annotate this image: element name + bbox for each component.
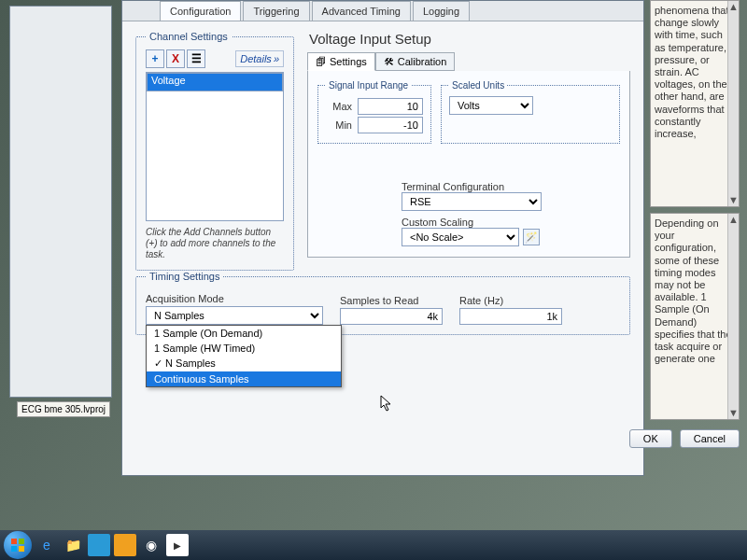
channel-settings-group: Channel Settings + X ☰ Details» Voltage …	[135, 31, 294, 271]
min-input[interactable]	[358, 117, 423, 133]
daq-config-window: Configuration Triggering Advanced Timing…	[121, 0, 644, 476]
samples-to-read-input[interactable]	[340, 308, 443, 325]
help-pane-bottom: Depending on your configuration, some of…	[650, 213, 740, 420]
dropdown-option[interactable]: Continuous Samples	[147, 371, 341, 386]
chevron-right-icon: »	[274, 53, 279, 64]
scroll-down-icon[interactable]: ▼	[728, 194, 739, 206]
dropdown-option[interactable]: 1 Sample (HW Timed)	[147, 341, 341, 356]
tab-configuration[interactable]: Configuration	[160, 1, 241, 21]
help-sidebar: phenomena that change slowly with time, …	[650, 0, 740, 448]
timing-settings-group: Timing Settings Acquisition Mode N Sampl…	[135, 271, 630, 335]
main-tabstrip: Configuration Triggering Advanced Timing…	[122, 1, 643, 21]
cancel-button[interactable]: Cancel	[680, 429, 740, 448]
scrollbar[interactable]: ▲▼	[727, 1, 739, 206]
acquisition-mode-select[interactable]: N Samples	[146, 306, 323, 325]
start-button[interactable]	[4, 531, 32, 559]
voltage-setup-title: Voltage Input Setup	[309, 31, 630, 47]
signal-input-range-group: Signal Input Range Max Min	[317, 80, 431, 144]
channel-hint: Click the Add Channels button (+) to add…	[146, 227, 284, 260]
add-channel-button[interactable]: +	[146, 49, 164, 68]
timing-settings-legend: Timing Settings	[146, 271, 223, 282]
svg-rect-3	[19, 546, 24, 552]
ok-button[interactable]: OK	[629, 429, 672, 448]
svg-rect-0	[11, 539, 17, 544]
calibration-icon: 🛠	[384, 56, 394, 67]
tab-triggering[interactable]: Triggering	[243, 1, 309, 21]
taskbar-ie-icon[interactable]: e	[35, 534, 58, 556]
settings-icon: 🗐	[316, 56, 326, 67]
max-label: Max	[326, 101, 352, 112]
custom-scaling-label: Custom Scaling	[402, 217, 620, 228]
taskbar-labview-icon[interactable]: ▶	[166, 534, 189, 556]
dropdown-option[interactable]: 1 Sample (On Demand)	[147, 326, 341, 341]
help-pane-top: phenomena that change slowly with time, …	[650, 0, 740, 207]
channel-settings-legend: Channel Settings	[146, 31, 232, 42]
project-file-label[interactable]: ECG bme 305.lvproj	[17, 401, 110, 417]
scrollbar[interactable]: ▲▼	[727, 214, 739, 419]
background-window	[9, 6, 112, 398]
remove-channel-button[interactable]: X	[166, 49, 185, 68]
acquisition-mode-dropdown[interactable]: 1 Sample (On Demand)1 Sample (HW Timed)N…	[146, 325, 342, 387]
scaling-wizard-button[interactable]: 🪄	[523, 229, 540, 245]
rate-label: Rate (Hz)	[459, 295, 562, 306]
taskbar[interactable]: e 📁 ◉ ▶	[0, 530, 747, 560]
max-input[interactable]	[358, 98, 423, 115]
svg-rect-1	[19, 539, 24, 544]
samples-to-read-label: Samples to Read	[340, 295, 443, 306]
tab-logging[interactable]: Logging	[413, 1, 470, 21]
min-label: Min	[326, 119, 352, 131]
svg-rect-2	[11, 546, 17, 552]
dropdown-option[interactable]: N Samples	[147, 356, 341, 371]
windows-icon	[10, 538, 25, 553]
subtab-calibration[interactable]: 🛠Calibration	[375, 52, 456, 71]
taskbar-chrome-icon[interactable]: ◉	[140, 534, 162, 556]
taskbar-explorer-icon[interactable]: 📁	[62, 534, 84, 556]
tab-advanced-timing[interactable]: Advanced Timing	[312, 1, 411, 21]
scaled-units-group: Scaled Units Volts	[441, 80, 620, 144]
details-toggle[interactable]: Details»	[235, 50, 284, 67]
channel-item-voltage[interactable]: Voltage	[147, 73, 283, 91]
scroll-up-icon[interactable]: ▲	[728, 214, 739, 226]
scroll-down-icon[interactable]: ▼	[728, 407, 739, 419]
terminal-config-label: Terminal Configuration	[402, 181, 620, 192]
acquisition-mode-label: Acquisition Mode	[146, 293, 323, 304]
rate-input[interactable]	[459, 308, 562, 325]
taskbar-app1-icon[interactable]	[88, 534, 110, 556]
subtab-settings[interactable]: 🗐Settings	[307, 52, 375, 71]
terminal-config-select[interactable]: RSE	[402, 192, 542, 211]
custom-scaling-select[interactable]: <No Scale>	[402, 228, 519, 246]
channel-list[interactable]: Voltage	[146, 72, 284, 221]
scaled-units-select[interactable]: Volts	[449, 96, 533, 115]
channel-menu-button[interactable]: ☰	[187, 49, 205, 68]
scroll-up-icon[interactable]: ▲	[728, 1, 739, 13]
taskbar-app2-icon[interactable]	[114, 534, 136, 556]
